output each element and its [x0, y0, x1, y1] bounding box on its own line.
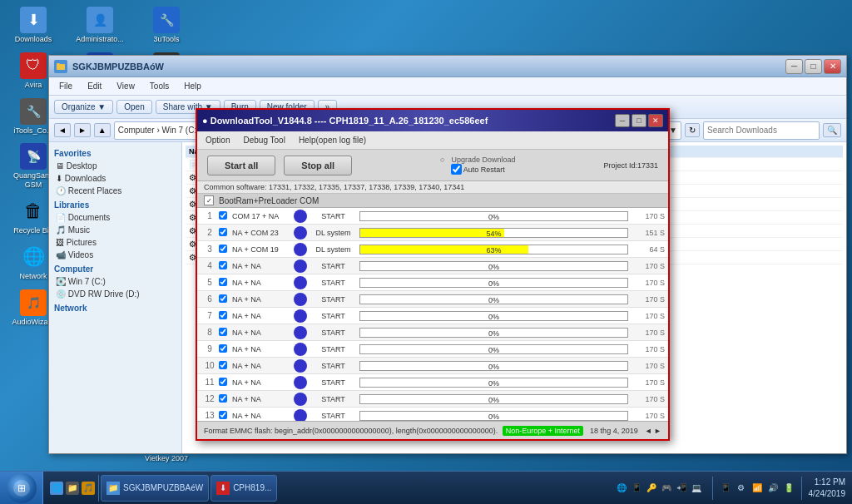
explorer-menu-help[interactable]: Help	[177, 80, 208, 92]
table-row[interactable]: 8 NA + NA START 0% 170 S	[197, 324, 668, 341]
taskbar-item-cph[interactable]: ⬇ CPH819...	[211, 475, 277, 502]
taskbar-ie-icon[interactable]: 🌐	[50, 482, 63, 495]
row-dot-indicator	[294, 343, 307, 356]
dt-menu-option[interactable]: Option	[201, 134, 235, 146]
clock-date: 4/24/2019	[809, 488, 846, 500]
bootram-checkbox[interactable]: ✓	[204, 195, 214, 205]
explorer-forward-button[interactable]: ►	[74, 123, 91, 137]
row-number: 6	[201, 294, 219, 304]
taskbar-media-icon[interactable]: 🎵	[82, 482, 95, 495]
start-all-button[interactable]: Start all	[207, 156, 275, 175]
sidebar-item-downloads[interactable]: ⬇ Downloads	[52, 172, 178, 185]
auto-restart-checkbox[interactable]	[451, 164, 462, 175]
taskbar-icon-mipc[interactable]: 📲	[675, 482, 688, 495]
dt-menu-help[interactable]: Help(open log file)	[294, 134, 371, 146]
sidebar-item-desktop[interactable]: 🖥 Desktop	[52, 160, 178, 172]
explorer-minimize-button[interactable]: ─	[785, 59, 803, 74]
table-row[interactable]: 2 NA + COM 23 DL system 54% 151 S	[197, 225, 668, 241]
row-size: 170 S	[632, 329, 665, 337]
desktop-icon-3utools[interactable]: 🔧 3uTools	[136, 3, 196, 47]
row-status: START	[310, 312, 356, 320]
explorer-organize-button[interactable]: Organize ▼	[54, 100, 113, 114]
explorer-menu-edit[interactable]: Edit	[81, 80, 108, 92]
table-row[interactable]: 5 NA + NA START 0% 170 S	[197, 274, 668, 291]
taskbar-icon-adb[interactable]: 💻	[690, 482, 703, 495]
row-port: NA + NA	[232, 262, 290, 270]
row-checkbox[interactable]	[219, 311, 232, 321]
row-checkbox[interactable]	[219, 294, 232, 304]
row-checkbox[interactable]	[219, 245, 232, 254]
taskbar-icon-internet-explorer[interactable]: 🌐	[615, 482, 628, 495]
taskbar-explorer-icon[interactable]: 📁	[66, 482, 79, 495]
explorer-maximize-button[interactable]: □	[805, 59, 822, 74]
row-checkbox[interactable]	[219, 328, 232, 338]
row-size: 170 S	[632, 279, 665, 287]
row-checkbox[interactable]	[219, 394, 232, 404]
dt-maximize-button[interactable]: □	[632, 114, 646, 127]
table-row[interactable]: 3 NA + COM 19 DL system 63% 64 S	[197, 241, 668, 258]
row-checkbox[interactable]	[219, 261, 232, 271]
desktop-icon-administrator[interactable]: 👤 Administrato...	[70, 3, 130, 47]
row-checkbox[interactable]	[219, 278, 232, 288]
start-button[interactable]: ⊞	[0, 472, 43, 505]
explorer-menu-view[interactable]: View	[110, 80, 141, 92]
explorer-menubar: File Edit View Tools Help	[49, 77, 846, 96]
system-tray: 🌐 📱 🔑 🎮 📲 💻 📱 ⚙ 📶 🔊 🔋	[615, 477, 805, 500]
tray-icon-install[interactable]: ⚙	[735, 482, 748, 495]
sidebar-item-pictures[interactable]: 🖼 Pictures	[52, 236, 178, 249]
row-percent-text: 0%	[360, 212, 627, 222]
taskbar-clock[interactable]: 1:12 PM 4/24/2019	[809, 477, 846, 500]
row-checkbox[interactable]	[219, 411, 232, 421]
explorer-back-button[interactable]: ◄	[54, 123, 71, 137]
explorer-close-button[interactable]: ✕	[824, 59, 841, 74]
row-checkbox[interactable]	[219, 378, 232, 388]
stop-all-button[interactable]: Stop all	[284, 156, 352, 175]
sidebar-item-videos[interactable]: 📹 Videos	[52, 249, 178, 261]
explorer-menu-tools[interactable]: Tools	[143, 80, 176, 92]
taskbar-icon-pass[interactable]: 🔑	[645, 482, 658, 495]
sidebar-item-music[interactable]: 🎵 Music	[52, 224, 178, 236]
table-row[interactable]: 1 COM 17 + NA START 0% 170 S	[197, 208, 668, 225]
sidebar-item-recent[interactable]: 🕐 Recent Places	[52, 185, 178, 197]
explorer-up-button[interactable]: ▲	[94, 123, 111, 137]
row-checkbox[interactable]	[219, 361, 232, 371]
taskbar-icon-playgame[interactable]: 🎮	[660, 482, 673, 495]
dt-close-button[interactable]: ✕	[648, 114, 663, 127]
row-progress-bar: 0%	[359, 311, 628, 321]
row-status: START	[310, 412, 356, 420]
sidebar-item-documents[interactable]: 📄 Documents	[52, 211, 178, 224]
explorer-open-button[interactable]: Open	[116, 100, 151, 114]
svg-text:⊞: ⊞	[17, 482, 26, 494]
dt-menu-debug[interactable]: Debug Tool	[238, 134, 290, 146]
dt-minimize-button[interactable]: ─	[615, 114, 630, 127]
clock-time: 1:12 PM	[809, 477, 846, 488]
sidebar-item-c-drive[interactable]: 💽 Win 7 (C:)	[52, 275, 178, 288]
table-row[interactable]: 6 NA + NA START 0% 170 S	[197, 291, 668, 308]
row-progress-bar: 54%	[359, 228, 628, 238]
row-checkbox[interactable]	[219, 344, 232, 354]
explorer-search-input[interactable]	[703, 121, 820, 140]
row-size: 170 S	[632, 395, 665, 403]
sidebar-item-d-drive[interactable]: 💿 DVD RW Drive (D:)	[52, 288, 178, 300]
row-checkbox[interactable]	[219, 211, 232, 221]
tray-icon-zalo[interactable]: 📱	[719, 482, 732, 495]
explorer-menu-file[interactable]: File	[52, 80, 79, 92]
tray-icon-battery[interactable]: 🔋	[782, 482, 795, 495]
table-row[interactable]: 12 NA + NA START 0% 170 S	[197, 391, 668, 408]
tray-icon-volume[interactable]: 🔊	[766, 482, 780, 495]
explorer-refresh-button[interactable]: ↻	[685, 123, 700, 137]
row-progress-bar: 0%	[359, 378, 628, 388]
taskbar-icon-rbsoft[interactable]: 📱	[630, 482, 643, 495]
table-row[interactable]: 4 NA + NA START 0% 170 S	[197, 258, 668, 274]
taskbar-item-sgk[interactable]: 📁 SGKJBMPUZBBAéW	[101, 475, 209, 502]
tray-icon-network-tray[interactable]: 📶	[750, 482, 764, 495]
table-row[interactable]: 10 NA + NA START 0% 170 S	[197, 358, 668, 374]
row-checkbox[interactable]	[219, 228, 232, 238]
desktop-icon-downloads[interactable]: ⬇ Downloads	[3, 3, 63, 47]
taskbar-right: 🌐 📱 🔑 🎮 📲 💻 📱 ⚙ 📶 🔊 🔋	[608, 472, 853, 504]
table-row[interactable]: 9 NA + NA START 0% 170 S	[197, 341, 668, 358]
table-row[interactable]: 11 NA + NA START 0% 170 S	[197, 374, 668, 391]
table-row[interactable]: 7 NA + NA START 0% 170 S	[197, 308, 668, 324]
row-status: START	[310, 262, 356, 270]
explorer-search-button[interactable]: 🔍	[823, 123, 841, 137]
